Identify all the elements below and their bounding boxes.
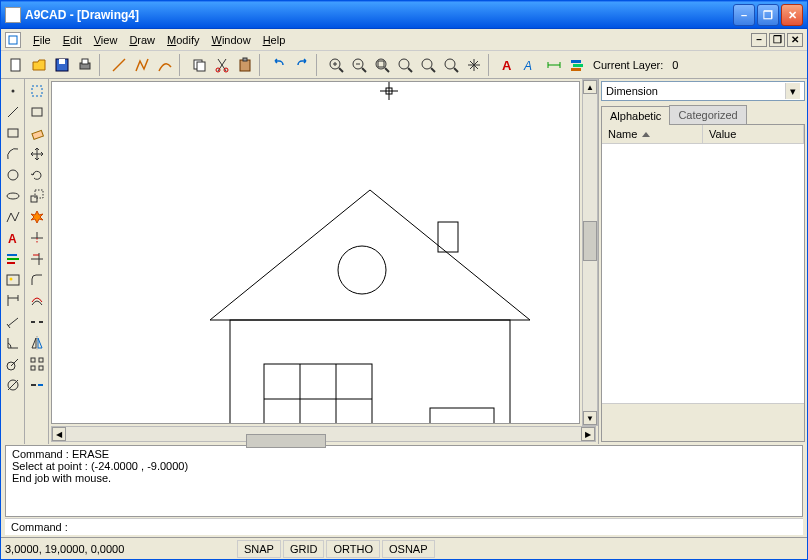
status-coordinates: 3,0000, 19,0000, 0,0000 (5, 543, 225, 555)
move-tool-icon[interactable] (26, 144, 48, 164)
svg-line-16 (339, 68, 343, 72)
print-icon[interactable] (74, 54, 96, 76)
drawing-canvas[interactable] (51, 81, 580, 424)
menu-window[interactable]: Window (205, 32, 256, 48)
extend-tool-icon[interactable] (26, 249, 48, 269)
new-icon[interactable] (5, 54, 27, 76)
tab-categorized[interactable]: Categorized (669, 105, 746, 124)
current-layer-value: 0 (668, 59, 682, 71)
sort-asc-icon (642, 132, 650, 137)
cursor-crosshair-icon (380, 82, 398, 100)
chevron-down-icon[interactable]: ▾ (785, 83, 800, 99)
tab-alphabetic[interactable]: Alphabetic (601, 106, 670, 125)
undo-icon[interactable] (268, 54, 290, 76)
property-body[interactable] (602, 144, 804, 403)
cut-icon[interactable] (211, 54, 233, 76)
pan-icon[interactable] (463, 54, 485, 76)
mdi-close-button[interactable]: ✕ (787, 33, 803, 47)
save-icon[interactable] (51, 54, 73, 76)
mtext-tool-icon[interactable] (2, 249, 24, 269)
zoom-window-icon[interactable] (371, 54, 393, 76)
explode-tool-icon[interactable] (26, 207, 48, 227)
svg-rect-76 (39, 366, 43, 370)
zoom-all-icon[interactable] (417, 54, 439, 76)
svg-rect-36 (571, 60, 581, 63)
polyline-tool-icon[interactable] (131, 54, 153, 76)
ellipse-tool-icon[interactable] (2, 186, 24, 206)
snap-toggle[interactable]: SNAP (237, 540, 281, 558)
document-icon[interactable] (5, 32, 21, 48)
text-style-icon[interactable]: A (520, 54, 542, 76)
scroll-right-icon[interactable]: ▶ (581, 427, 595, 441)
text-draw-icon[interactable]: A (2, 228, 24, 248)
vertical-scrollbar[interactable]: ▲ ▼ (582, 79, 598, 426)
layers-icon[interactable] (566, 54, 588, 76)
circle-tool-icon[interactable] (2, 165, 24, 185)
menu-file[interactable]: File (27, 32, 57, 48)
zoom-extents-icon[interactable] (394, 54, 416, 76)
paste-icon[interactable] (234, 54, 256, 76)
zoom-previous-icon[interactable] (440, 54, 462, 76)
command-input[interactable]: Command : (5, 518, 803, 535)
curve-tool-icon[interactable] (154, 54, 176, 76)
fillet-tool-icon[interactable] (26, 270, 48, 290)
mdi-restore-button[interactable]: ❐ (769, 33, 785, 47)
point-tool-icon[interactable] (2, 81, 24, 101)
svg-point-43 (7, 193, 19, 199)
svg-point-11 (216, 68, 220, 72)
scale-tool-icon[interactable] (26, 186, 48, 206)
maximize-button[interactable]: ❐ (757, 4, 779, 26)
menu-help[interactable]: Help (257, 32, 292, 48)
column-name[interactable]: Name (602, 125, 703, 143)
svg-rect-61 (32, 130, 43, 139)
image-tool-icon[interactable] (2, 270, 24, 290)
erase-tool-icon[interactable] (26, 123, 48, 143)
arc-tool-icon[interactable] (2, 144, 24, 164)
scroll-up-icon[interactable]: ▲ (583, 80, 597, 94)
menu-modify[interactable]: Modify (161, 32, 205, 48)
select-tool-icon[interactable] (26, 81, 48, 101)
line-draw-icon[interactable] (2, 102, 24, 122)
trim-tool-icon[interactable] (26, 228, 48, 248)
mirror-tool-icon[interactable] (26, 333, 48, 353)
dim-radius-icon[interactable] (2, 354, 24, 374)
mdi-minimize-button[interactable]: – (751, 33, 767, 47)
scroll-left-icon[interactable]: ◀ (52, 427, 66, 441)
osnap-toggle[interactable]: OSNAP (382, 540, 435, 558)
menu-edit[interactable]: Edit (57, 32, 88, 48)
menu-view[interactable]: View (88, 32, 124, 48)
dim-diameter-icon[interactable] (2, 375, 24, 395)
join-tool-icon[interactable] (26, 375, 48, 395)
offset-tool-icon[interactable] (26, 291, 48, 311)
scroll-down-icon[interactable]: ▼ (583, 411, 597, 425)
dim-linear-icon[interactable] (2, 291, 24, 311)
command-log[interactable]: Command : ERASE Select at point : (-24.0… (5, 445, 803, 517)
horizontal-scrollbar[interactable]: ◀ ▶ (51, 426, 596, 442)
minimize-button[interactable]: – (733, 4, 755, 26)
line-tool-icon[interactable] (108, 54, 130, 76)
drawing-svg (52, 82, 572, 424)
text-tool-icon[interactable]: A (497, 54, 519, 76)
open-icon[interactable] (28, 54, 50, 76)
break-tool-icon[interactable] (26, 312, 48, 332)
copy-icon[interactable] (188, 54, 210, 76)
svg-point-42 (8, 170, 18, 180)
menu-draw[interactable]: Draw (123, 32, 161, 48)
grid-toggle[interactable]: GRID (283, 540, 325, 558)
dim-angular-icon[interactable] (2, 333, 24, 353)
polyline-draw-icon[interactable] (2, 207, 24, 227)
zoom-in-icon[interactable] (325, 54, 347, 76)
redo-icon[interactable] (291, 54, 313, 76)
zoom-out-icon[interactable] (348, 54, 370, 76)
object-type-dropdown[interactable]: Dimension ▾ (601, 81, 805, 101)
array-tool-icon[interactable] (26, 354, 48, 374)
rotate-tool-icon[interactable] (26, 165, 48, 185)
dim-aligned-icon[interactable] (2, 312, 24, 332)
rectangle-tool-icon[interactable] (2, 123, 24, 143)
dimension-style-icon[interactable] (543, 54, 565, 76)
column-value[interactable]: Value (703, 125, 804, 143)
ortho-toggle[interactable]: ORTHO (326, 540, 380, 558)
svg-point-81 (338, 246, 386, 294)
select-rect-icon[interactable] (26, 102, 48, 122)
close-button[interactable]: ✕ (781, 4, 803, 26)
